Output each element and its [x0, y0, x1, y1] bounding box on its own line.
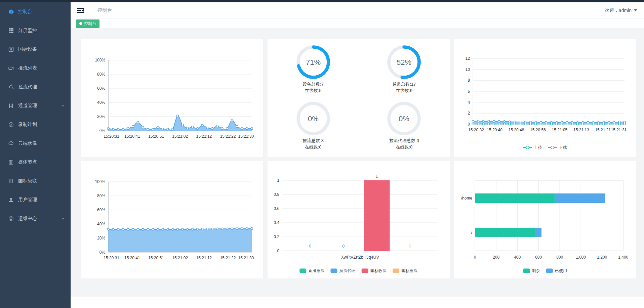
- user-icon: [8, 197, 14, 203]
- svg-text:12: 12: [465, 56, 470, 61]
- tab-console[interactable]: 控制台: [76, 19, 99, 28]
- svg-text:15:20:48: 15:20:48: [508, 128, 524, 132]
- svg-text:剩余: 剩余: [532, 268, 540, 273]
- cloud-icon: [8, 140, 14, 146]
- svg-text:200: 200: [493, 255, 499, 260]
- svg-text:15:21:12: 15:21:12: [196, 256, 212, 260]
- svg-text:15:20:31: 15:20:31: [104, 256, 119, 260]
- sidebar-item-channel[interactable]: 通道管理: [0, 96, 71, 115]
- svg-text:40%: 40%: [97, 222, 105, 226]
- svg-text:20%: 20%: [97, 236, 105, 240]
- svg-text:15:20:40: 15:20:40: [487, 128, 502, 132]
- svg-text:100%: 100%: [95, 179, 105, 184]
- sidebar-item-cascade[interactable]: 国标级联: [0, 172, 71, 190]
- sidebar-item-pushlist[interactable]: 推流列表: [0, 59, 71, 78]
- active-tab-dot: [79, 22, 82, 25]
- svg-text:15:20:56: 15:20:56: [530, 128, 546, 132]
- cascade-icon: [8, 178, 14, 184]
- chart-legend[interactable]: 剩余已使用: [523, 268, 567, 273]
- gb-device-icon: G: [8, 46, 14, 52]
- svg-text:8: 8: [468, 78, 470, 83]
- sidebar-item-label: 控制台: [18, 9, 32, 15]
- svg-text:国标收流: 国标收流: [370, 268, 387, 273]
- sidebar-item-monitor[interactable]: 分屏监控: [0, 21, 71, 40]
- svg-text:15:21:22: 15:21:22: [220, 134, 236, 139]
- chevron-down-icon: [61, 216, 65, 221]
- svg-text:1: 1: [277, 178, 280, 183]
- chevron-down-icon: [61, 103, 65, 108]
- svg-text:直播推流: 直播推流: [309, 268, 325, 273]
- dashboard-content: 0%20%40%60%80%100%15:20:3115:20:4115:20:…: [71, 29, 644, 297]
- svg-text:0%: 0%: [399, 115, 409, 123]
- svg-text:0.4: 0.4: [274, 220, 280, 225]
- svg-text:52%: 52%: [397, 58, 411, 67]
- gauge-3: 0%拉流代理总数:0在线数:0: [359, 101, 450, 150]
- svg-text:15:21:30: 15:21:30: [238, 256, 254, 260]
- svg-text:4: 4: [468, 100, 470, 105]
- memory-usage-chart: 0%20%40%60%80%100%15:20:3115:20:4115:20:…: [81, 161, 263, 278]
- svg-text:0.8: 0.8: [274, 192, 280, 197]
- svg-text:20%: 20%: [97, 114, 105, 119]
- svg-text:G: G: [10, 48, 12, 51]
- svg-text:10: 10: [465, 67, 470, 72]
- panel-cpu-usage: 0%20%40%60%80%100%15:20:3115:20:4115:20:…: [81, 39, 263, 157]
- svg-text:100%: 100%: [95, 58, 105, 62]
- svg-text:15:21:31: 15:21:31: [611, 128, 627, 132]
- tags-bar: 控制台: [71, 18, 644, 29]
- gauge-ring: 71%: [296, 45, 331, 80]
- svg-text:400: 400: [514, 255, 521, 260]
- svg-text:XwFtVZrtZbHJq4UV: XwFtVZrtZbHJq4UV: [341, 255, 379, 260]
- sidebar-item-gbdevice[interactable]: G国标设备: [0, 40, 71, 59]
- panel-device-counters: 71%设备总数:7在线数:552%通道总数:17在线数:90%推流总数:3在线数…: [268, 39, 449, 157]
- sidebar-item-medianode[interactable]: 媒体节点: [0, 153, 71, 172]
- sidebar-item-label: 用户管理: [18, 197, 37, 203]
- gauge-2: 0%推流总数:3在线数:0: [268, 101, 359, 150]
- stream-stats-chart: 00.20.40.60.810010XwFtVZrtZbHJq4UV直播推流拉流…: [268, 161, 449, 278]
- svg-text:15:20:41: 15:20:41: [124, 134, 140, 139]
- sidebar-item-label: 拉流代理: [18, 84, 37, 90]
- sidebar-item-label: 媒体节点: [18, 159, 37, 165]
- sidebar-item-pullproxy[interactable]: 拉流代理: [0, 78, 71, 96]
- gauge-ring: 52%: [387, 45, 421, 80]
- svg-text:40%: 40%: [97, 100, 105, 105]
- svg-text:拉流代理: 拉流代理: [339, 268, 356, 273]
- svg-text:60%: 60%: [97, 86, 105, 91]
- sidebar-item-label: 录制计划: [18, 122, 37, 128]
- sidebar-item-label: 云端录像: [18, 140, 37, 146]
- svg-text:15:21:02: 15:21:02: [172, 256, 188, 260]
- svg-text:0%: 0%: [99, 128, 106, 133]
- svg-text:0%: 0%: [99, 250, 106, 255]
- gauge-caption: 通道总数:17在线数:9: [392, 81, 416, 94]
- svg-text:60%: 60%: [97, 208, 105, 212]
- svg-text:0%: 0%: [308, 115, 319, 123]
- svg-text:/: /: [471, 230, 472, 235]
- sidebar-item-users[interactable]: 用户管理: [0, 190, 71, 209]
- svg-text:1,000: 1,000: [576, 255, 586, 260]
- sidebar-item-ops[interactable]: 运维中心: [0, 209, 71, 228]
- footer-strip: [71, 297, 644, 308]
- sidebar-item-recplan[interactable]: 录制计划: [0, 115, 71, 134]
- svg-text:15:20:41: 15:20:41: [124, 256, 140, 260]
- svg-text:71%: 71%: [306, 58, 321, 67]
- pull-stream-icon: [8, 84, 14, 90]
- breadcrumb: 控制台: [97, 7, 112, 13]
- panel-disk-usage: 02004006008001,0001,2001,400/home/剩余已使用: [454, 161, 636, 278]
- sidebar-fold-icon[interactable]: [77, 7, 85, 14]
- svg-text:0: 0: [277, 249, 280, 253]
- sidebar-item-cloudrec[interactable]: 云端录像: [0, 134, 71, 153]
- chart-legend[interactable]: 上传下载: [523, 145, 567, 150]
- device-counters: 71%设备总数:7在线数:552%通道总数:17在线数:90%推流总数:3在线数…: [268, 39, 449, 150]
- camera-icon: [8, 65, 14, 71]
- tab-label: 控制台: [84, 21, 96, 27]
- sidebar-item-console[interactable]: 控制台: [0, 2, 71, 21]
- svg-text:15:21:02: 15:21:02: [172, 134, 188, 139]
- svg-text:6: 6: [468, 89, 470, 94]
- record-icon: [8, 122, 14, 128]
- svg-text:下载: 下载: [559, 145, 567, 150]
- chart-legend[interactable]: 直播推流拉流代理国标收流国标推流: [300, 268, 418, 273]
- user-dropdown[interactable]: 欢迎， admin: [605, 7, 637, 13]
- welcome-text: 欢迎，: [605, 7, 619, 13]
- sliders-icon: [8, 103, 14, 109]
- svg-text:600: 600: [535, 255, 542, 260]
- panel-memory-usage: 0%20%40%60%80%100%15:20:3115:20:4115:20:…: [81, 161, 263, 278]
